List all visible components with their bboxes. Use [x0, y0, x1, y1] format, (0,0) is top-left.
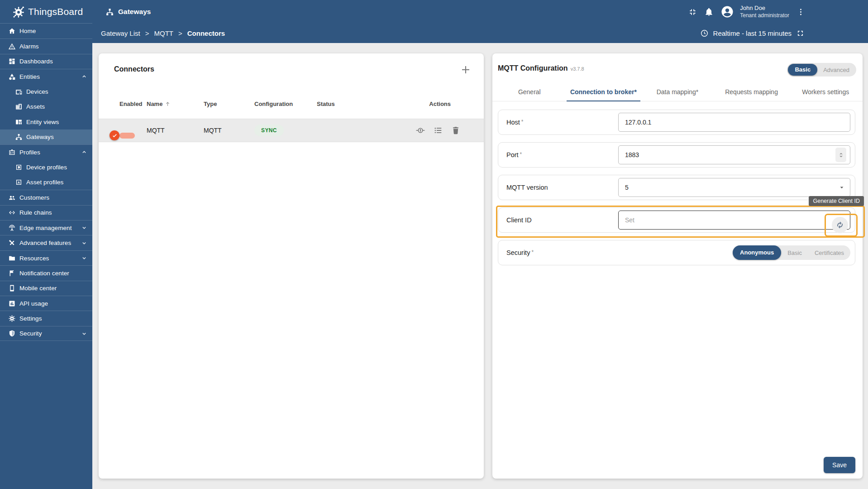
mode-advanced-button[interactable]: Advanced [817, 67, 855, 73]
sidebar-item-alarms[interactable]: Alarms [0, 38, 92, 53]
breadcrumb: Gateway List > MQTT > Connectors [92, 29, 225, 37]
topbar-title-row: Gateways John Doe Tenant administrator [92, 0, 868, 24]
kebab-menu-icon[interactable] [796, 7, 806, 17]
minimize-icon[interactable] [688, 7, 697, 17]
breadcrumb-gateway-list[interactable]: Gateway List [101, 29, 140, 37]
col-name[interactable]: Name [147, 101, 204, 107]
config-version: v3.7.8 [571, 66, 584, 72]
gear-icon [8, 315, 16, 322]
port-input[interactable] [618, 145, 850, 164]
configuration-badge: SYNC [254, 125, 284, 136]
logs-list-icon[interactable] [433, 125, 443, 135]
sidebar-item-resources[interactable]: Resources [0, 250, 92, 265]
chevron-down-icon [81, 255, 87, 261]
caret-down-icon [838, 183, 846, 192]
sidebar-item-notification-center[interactable]: Notification center [0, 265, 92, 280]
sidebar-item-edge-management[interactable]: Edge management [0, 220, 92, 235]
topbar-actions: John Doe Tenant administrator [688, 0, 806, 24]
sidebar-item-mobile-center[interactable]: Mobile center [0, 281, 92, 296]
antenna-icon [8, 224, 16, 232]
notifications-bell-icon[interactable] [704, 7, 714, 17]
sidebar-item-rule-chains[interactable]: Rule chains [0, 205, 92, 220]
config-tabs: General Connection to broker* Data mappi… [492, 82, 863, 101]
mqtt-version-label: MQTT version [506, 184, 618, 191]
tab-requests-mapping[interactable]: Requests mapping [715, 82, 789, 101]
sidebar-item-gateways[interactable]: Gateways [0, 129, 92, 144]
trash-icon[interactable] [451, 125, 461, 135]
col-configuration: Configuration [254, 101, 317, 107]
page-title: Gateways [92, 8, 151, 16]
sidebar-item-settings[interactable]: Settings [0, 311, 92, 326]
tab-workers-settings[interactable]: Workers settings [788, 82, 863, 101]
security-basic-button[interactable]: Basic [781, 249, 808, 256]
user-name: John Doe [740, 5, 789, 12]
sidebar-item-asset-profiles[interactable]: Asset profiles [0, 175, 92, 190]
table-row[interactable]: MQTT MQTT SYNC [99, 119, 484, 142]
add-connector-button[interactable] [460, 64, 471, 75]
sidebar-item-dashboards[interactable]: Dashboards [0, 54, 92, 69]
app-brand[interactable]: ThingsBoard [0, 0, 92, 24]
chevron-up-icon [81, 73, 87, 80]
dashboards-icon [8, 58, 16, 65]
check-icon [110, 130, 119, 140]
sort-asc-icon [165, 101, 171, 107]
breadcrumb-separator: > [178, 29, 182, 37]
host-label: Host* [506, 119, 618, 126]
sidebar-item-assets[interactable]: Assets [0, 99, 92, 114]
sidebar-item-entity-views[interactable]: Entity views [0, 114, 92, 129]
config-header: MQTT Configuration v3.7.8 Basic Advanced [492, 53, 863, 77]
sidebar-item-home[interactable]: Home [0, 24, 92, 38]
sidebar-item-profiles[interactable]: Profiles [0, 144, 92, 159]
save-button[interactable]: Save [824, 457, 855, 473]
sidebar-item-devices[interactable]: Devices [0, 84, 92, 99]
col-actions: Actions [391, 101, 462, 107]
connectors-card: Connectors Enabled Name Type Configurati… [99, 53, 484, 479]
col-enabled: Enabled [119, 101, 147, 107]
shield-icon [8, 330, 16, 337]
required-asterisk: * [531, 249, 534, 255]
number-stepper[interactable] [835, 148, 846, 162]
port-field-row: Port* [498, 142, 855, 168]
rpc-remote-icon[interactable] [415, 125, 425, 135]
fullscreen-icon[interactable] [796, 29, 805, 38]
topbar: Gateways John Doe Tenant administrator G… [92, 0, 868, 43]
entity-views-icon [15, 118, 23, 126]
sidebar-item-security[interactable]: Security [0, 326, 92, 341]
generate-client-id-button[interactable] [832, 217, 848, 233]
avatar[interactable] [720, 5, 734, 19]
chevron-down-icon [81, 240, 87, 246]
lan-icon [15, 133, 23, 141]
sidebar-item-device-profiles[interactable]: Device profiles [0, 160, 92, 175]
security-certificates-button[interactable]: Certificates [808, 249, 850, 256]
time-range-control[interactable]: Realtime - last 15 minutes [700, 29, 805, 38]
col-status: Status [317, 101, 391, 107]
host-input[interactable] [618, 113, 850, 132]
row-actions [391, 125, 462, 135]
security-toggle-group: Anonymous Basic Certificates [733, 245, 850, 260]
tab-connection-to-broker[interactable]: Connection to broker* [567, 82, 641, 101]
sidebar-item-customers[interactable]: Customers [0, 190, 92, 205]
sidebar-item-api-usage[interactable]: API usage [0, 296, 92, 311]
mqtt-version-select[interactable]: 5 [618, 178, 850, 197]
tab-data-mapping[interactable]: Data mapping* [640, 82, 715, 101]
smartphone-icon [8, 284, 16, 292]
breadcrumb-mqtt[interactable]: MQTT [154, 29, 173, 37]
refresh-icon [835, 221, 844, 230]
sidebar-item-advanced-features[interactable]: Advanced features [0, 235, 92, 250]
mqtt-version-field-row: MQTT version 5 [498, 175, 855, 200]
warning-icon [8, 43, 16, 50]
connectors-table-header: Enabled Name Type Configuration Status A… [99, 94, 484, 113]
chevron-up-icon [81, 149, 87, 155]
tab-general[interactable]: General [492, 82, 567, 101]
connector-name: MQTT [147, 127, 204, 134]
required-asterisk: * [521, 119, 524, 125]
client-id-input[interactable] [618, 211, 850, 230]
clock-icon [700, 29, 709, 38]
sidebar-item-entities[interactable]: Entities [0, 69, 92, 84]
security-anonymous-button[interactable]: Anonymous [733, 245, 781, 260]
sidebar: ThingsBoard Home Alarms Dashboards Entit… [0, 0, 92, 489]
config-title: MQTT Configuration [498, 64, 568, 72]
chevron-down-icon [81, 225, 87, 231]
host-field-row: Host* [498, 110, 855, 135]
mode-basic-button[interactable]: Basic [788, 64, 817, 76]
